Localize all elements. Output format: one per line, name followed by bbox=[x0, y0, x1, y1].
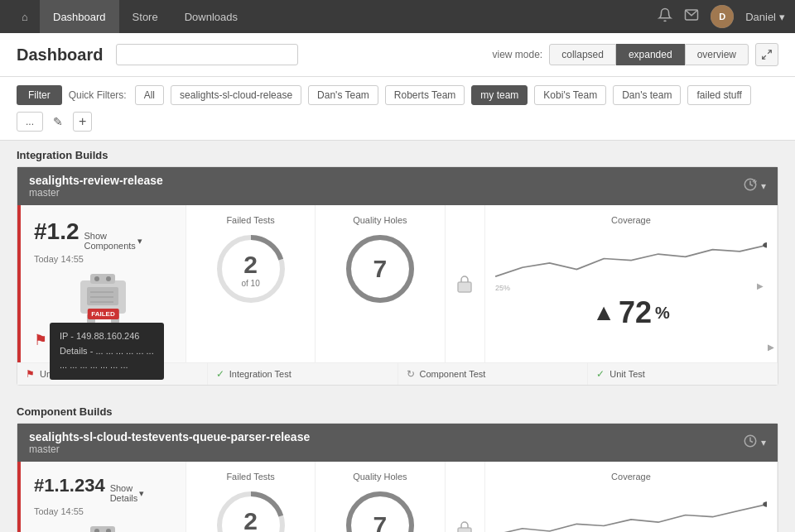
build-card-2-body: #1.1.234 ShowDetails ▾ Today 14:55 bbox=[17, 462, 778, 532]
svg-point-36 bbox=[763, 501, 767, 507]
page-title: Dashboard bbox=[17, 46, 103, 65]
clock-icon-2[interactable] bbox=[743, 434, 758, 452]
tooltip-details-value: ... ... ... ... ... ... bbox=[95, 346, 153, 356]
avatar[interactable]: D bbox=[711, 5, 734, 28]
card-dropdown-arrow[interactable]: ▾ bbox=[761, 180, 766, 192]
view-mode-controls: view mode: collapsed expanded overview bbox=[493, 43, 778, 66]
view-buttons: collapsed expanded overview bbox=[549, 44, 749, 65]
view-overview[interactable]: overview bbox=[685, 44, 749, 65]
failed-tests-label: Failed Tests bbox=[226, 215, 275, 225]
filter-failed-stuff[interactable]: failed stuff bbox=[687, 85, 750, 105]
lock-section bbox=[446, 205, 485, 362]
component-test-label: Component Test bbox=[420, 369, 486, 379]
build-card-1-subtitle: master bbox=[29, 187, 163, 199]
filter-dans-team2[interactable]: Dan's team bbox=[613, 85, 681, 105]
filter-more[interactable]: ... bbox=[17, 112, 43, 132]
metrics-1: Failed Tests 2 of 10 ▶ Quality Holes bbox=[186, 205, 778, 362]
home-button[interactable]: ⌂ bbox=[10, 0, 40, 33]
user-menu[interactable]: Daniel ▾ bbox=[745, 11, 785, 23]
failed-badge-1: FAILED bbox=[87, 309, 118, 319]
top-nav: ⌂ Dashboard Store Downloads D Daniel ▾ bbox=[0, 0, 795, 33]
tooltip-ip-value: 149.88.160.246 bbox=[76, 331, 139, 341]
build-date-1: Today 14:55 bbox=[34, 254, 172, 264]
clock-icon[interactable] bbox=[743, 177, 758, 195]
svg-point-7 bbox=[106, 276, 111, 281]
svg-rect-35 bbox=[458, 528, 471, 533]
quality-holes-section: Quality Holes 7 ▶ bbox=[316, 205, 445, 362]
quality-donut-2: 7 bbox=[343, 488, 417, 532]
coverage-arrow-up: ▲ bbox=[592, 300, 615, 326]
mail-icon[interactable] bbox=[684, 7, 699, 26]
coverage-chart: 25% ▶ bbox=[495, 232, 767, 294]
show-label-2: ShowDetails bbox=[110, 483, 138, 503]
test-status-component[interactable]: ↻ Component Test bbox=[398, 363, 589, 385]
show-details-btn[interactable]: ShowDetails ▾ bbox=[110, 483, 145, 503]
build-robot-1: FAILED bbox=[34, 272, 172, 326]
card-2-dropdown-arrow[interactable]: ▾ bbox=[761, 437, 766, 448]
coverage-value-display: ▲ 72 % bbox=[592, 295, 670, 330]
failed-donut-2: 2 of 10 bbox=[214, 488, 288, 532]
coverage-label: Coverage bbox=[611, 215, 651, 225]
lock-icon bbox=[456, 274, 473, 294]
build-card-2-header: sealights-sl-cloud-testevents-queue-pars… bbox=[17, 424, 778, 462]
expand-button[interactable] bbox=[755, 43, 778, 66]
filter-dans-team[interactable]: Dan's Team bbox=[308, 85, 378, 105]
build-number-2: #1.1.234 bbox=[34, 475, 105, 496]
svg-line-1 bbox=[768, 50, 771, 54]
filter-add-button[interactable]: + bbox=[73, 112, 92, 132]
filter-edit-icon[interactable]: ✎ bbox=[50, 112, 66, 132]
test-status-integration[interactable]: ✓ Integration Test bbox=[208, 363, 398, 385]
build-date-2: Today 14:55 bbox=[34, 506, 172, 516]
nav-downloads[interactable]: Downloads bbox=[171, 0, 251, 33]
integration-test-check-icon: ✓ bbox=[216, 368, 224, 380]
unit-test-2-label: Unit Test bbox=[610, 369, 645, 379]
tooltip-ip-label: IP - bbox=[60, 331, 74, 341]
quality-donut-svg-2 bbox=[343, 488, 417, 532]
build-robot-2: FAILED bbox=[34, 525, 172, 532]
failed-tests-label-2: Failed Tests bbox=[226, 472, 275, 482]
show-components-btn[interactable]: ShowComponents ▾ bbox=[84, 231, 142, 251]
section-component-builds: Component Builds bbox=[0, 402, 795, 423]
quality-holes-donut: 7 bbox=[343, 232, 417, 306]
details-dropdown: ▾ bbox=[139, 488, 144, 499]
svg-rect-18 bbox=[458, 282, 471, 292]
page-header: Dashboard view mode: collapsed expanded … bbox=[0, 33, 795, 77]
failed-tests-section-2: Failed Tests 2 of 10 bbox=[186, 462, 316, 532]
show-label: ShowComponents bbox=[84, 231, 136, 251]
svg-point-34 bbox=[349, 494, 412, 532]
svg-line-2 bbox=[763, 55, 766, 59]
notification-icon[interactable] bbox=[658, 7, 672, 26]
filter-all[interactable]: All bbox=[135, 85, 164, 105]
lock-section-2 bbox=[446, 462, 485, 532]
coverage-percent: % bbox=[655, 304, 670, 323]
svg-point-17 bbox=[349, 237, 412, 300]
quality-donut-svg bbox=[343, 232, 417, 306]
build-card-2: sealights-sl-cloud-testevents-queue-pars… bbox=[17, 423, 778, 532]
svg-rect-5 bbox=[90, 274, 115, 284]
quick-filters-label: Quick Filters: bbox=[69, 89, 127, 101]
view-collapsed[interactable]: collapsed bbox=[549, 44, 616, 65]
unit-test-2-check-icon: ✓ bbox=[596, 368, 605, 380]
build-info-2: #1.1.234 ShowDetails ▾ Today 14:55 bbox=[21, 462, 186, 532]
filter-button[interactable]: Filter bbox=[17, 85, 62, 105]
filter-kobis-team[interactable]: Kobi's Team bbox=[534, 85, 606, 105]
components-dropdown: ▾ bbox=[137, 236, 142, 247]
quality-holes-label: Quality Holes bbox=[353, 215, 407, 225]
coverage-section-2: Coverage 25% ▲ 72 % bbox=[485, 462, 778, 532]
donut-svg bbox=[214, 232, 288, 306]
nav-dashboard[interactable]: Dashboard bbox=[40, 0, 119, 33]
filter-sealights[interactable]: sealights-sl-cloud-release bbox=[171, 85, 301, 105]
build-card-1-header: sealights-review-release master ▾ bbox=[17, 167, 778, 205]
test-status-unit-2[interactable]: ✓ Unit Test bbox=[588, 363, 778, 385]
filter-roberts-team[interactable]: Roberts Team bbox=[385, 85, 465, 105]
svg-rect-8 bbox=[87, 287, 118, 305]
build-card-2-actions: ▾ bbox=[743, 434, 766, 452]
view-expanded[interactable]: expanded bbox=[616, 44, 685, 65]
dropdown-icon: ▾ bbox=[779, 11, 785, 23]
coverage-value: 72 bbox=[619, 295, 652, 330]
nav-store[interactable]: Store bbox=[119, 0, 171, 33]
filter-my-team[interactable]: my team bbox=[471, 85, 528, 105]
search-input[interactable] bbox=[116, 44, 298, 65]
component-test-spin-icon: ↻ bbox=[407, 368, 415, 380]
integration-test-label: Integration Test bbox=[229, 369, 292, 379]
